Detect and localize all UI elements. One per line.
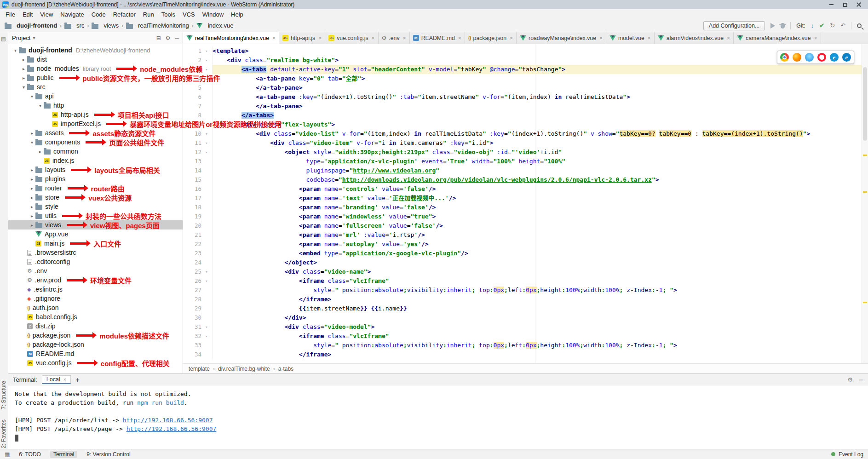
menu-item-run[interactable]: Run [139,10,158,19]
fold-icon[interactable]: ▾ [201,322,212,332]
close-icon[interactable]: × [510,35,513,41]
close-icon[interactable]: × [318,35,322,41]
line-number[interactable]: 17 [183,194,201,203]
tree-item-router[interactable]: ▸routerrouter路由 [8,184,183,193]
fold-icon[interactable]: ▾ [201,46,212,56]
close-button[interactable] [852,0,866,9]
line-number[interactable]: 5 [183,83,201,92]
tree-item-vue-config-js[interactable]: JSvue.config.jsconfig配置、代理相关 [8,358,183,367]
tree-item-dist-zip[interactable]: Zdist.zip [8,321,183,331]
line-number[interactable]: 12 [183,148,201,157]
close-icon[interactable]: × [814,35,817,41]
line-number[interactable]: 6 [183,92,201,102]
editor-tab-realtimemonitoring-index-vue[interactable]: realTimeMonitoring\index.vue× [183,32,279,44]
breadcrumb-item-duoji-frontend[interactable]: duoji-frontend [5,22,57,29]
terminal-output[interactable]: Note that the development build is not o… [8,385,868,449]
line-number[interactable]: 19 [183,212,201,221]
minimize-button[interactable] [824,0,838,9]
chevron-right-icon[interactable]: ▸ [20,66,27,71]
breadcrumb-item-src[interactable]: src [64,22,84,29]
tree-item-eslintrc-js[interactable]: ◆.eslintrc.js [8,285,183,294]
git-update-icon[interactable]: ↓ [811,23,814,29]
edge-icon[interactable]: e [842,53,851,62]
chevron-right-icon[interactable]: ▸ [29,204,35,209]
editor-breadcrumb-item-template[interactable]: template [189,366,210,372]
tree-item-views[interactable]: ▸viewsview视图、pages页面 [8,220,183,230]
line-number[interactable]: 21 [183,230,201,240]
toolwindow-button-favorites[interactable]: 2: Favorites [0,419,7,448]
git-commit-icon[interactable]: ✔ [819,23,824,29]
debug-icon[interactable] [781,23,785,29]
close-icon[interactable]: × [403,35,406,41]
close-icon[interactable]: × [458,35,461,41]
close-icon[interactable]: × [727,35,730,41]
search-everywhere-icon[interactable] [857,23,862,28]
run-icon[interactable] [770,23,775,29]
tree-item-auth-json[interactable]: {}auth.json [8,303,183,312]
line-number[interactable]: 33 [183,341,201,350]
menu-item-file[interactable]: File [2,10,19,19]
chevron-right-icon[interactable]: ▸ [29,195,35,200]
status-terminal[interactable]: Terminal [50,451,77,458]
tree-item-assets[interactable]: ▸assetsassets静态资源文件 [8,128,183,138]
tree-item-src[interactable]: ▾src [8,82,183,92]
tree-item-main-js[interactable]: JSmain.js入口文件 [8,239,183,248]
tree-item-env-prod[interactable]: ⚙.env.prod环境变量文件 [8,275,183,285]
tree-item-editorconfig[interactable]: .editorconfig [8,257,183,266]
tree-item-importexcel-js[interactable]: JSimportExcel.js暴露环境变量地址给图片or视频资源路径拼接使用 [8,119,183,128]
gear-icon[interactable]: ⚙ [166,35,171,41]
line-number[interactable]: 13 [183,157,201,166]
tree-item-store[interactable]: ▸storevuex公共资源 [8,193,183,202]
menu-item-code[interactable]: Code [88,10,109,19]
tree-item-utils[interactable]: ▸utils封装的一些公共函数方法 [8,211,183,220]
chevron-right-icon[interactable]: ▸ [29,131,35,136]
line-number[interactable]: 29 [183,304,201,313]
collapse-all-icon[interactable]: ⊟ [156,35,161,41]
editor-tab-cameramanage-index-vue[interactable]: cameraManage\index.vue× [734,32,821,44]
chevron-down-icon[interactable]: ▾ [29,140,35,145]
toolwindow-button-structure[interactable]: 7: Structure [0,381,7,409]
line-number[interactable]: 22 [183,240,201,249]
tree-item-gitignore[interactable]: ◆.gitignore [8,294,183,303]
hide-panel-icon[interactable]: ─ [175,35,179,41]
line-number[interactable]: 34 [183,350,201,359]
menu-item-window[interactable]: Window [199,10,227,19]
editor-tab-http-api-js[interactable]: JShttp-api.js× [279,32,325,44]
line-number[interactable]: 30 [183,313,201,322]
close-icon[interactable]: × [599,35,603,41]
menu-item-navigate[interactable]: Navigate [57,10,87,19]
chevron-down-icon[interactable]: ▾ [37,103,44,108]
toolwindow-switcher-icon[interactable]: ▦ [5,451,10,458]
editor-tab-roadwaymanage-index-vue[interactable]: roadwayManage\index.vue× [517,32,606,44]
terminal-settings-icon[interactable]: ⚙ [847,376,853,383]
line-number[interactable]: 10 [183,129,201,138]
chevron-down-icon[interactable]: ▾ [29,94,35,99]
line-number[interactable]: 28 [183,295,201,304]
firefox-icon[interactable] [793,53,801,62]
line-number[interactable]: 23 [183,249,201,258]
line-number[interactable]: 32 [183,332,201,341]
chevron-right-icon[interactable]: ▸ [20,57,27,62]
editor-tab-vue-config-js[interactable]: JSvue.config.js× [325,32,378,44]
tree-item-node-modules[interactable]: ▸node_moduleslibrary rootnode_modules依赖 [8,64,183,73]
chevron-right-icon[interactable]: ▸ [29,177,35,182]
terminal-tab-local[interactable]: Local × [42,375,71,384]
add-configuration-button[interactable]: Add Configuration... [703,21,765,30]
status-version-control[interactable]: 9: Version Control [86,451,130,458]
menu-item-view[interactable]: View [36,10,57,19]
menu-item-help[interactable]: Help [227,10,247,19]
tree-item-browserslistrc[interactable]: .browserslistrc [8,248,183,257]
line-number[interactable]: 14 [183,166,201,175]
git-history-icon[interactable]: ↻ [830,23,835,29]
line-number[interactable]: 27 [183,286,201,295]
tree-item-components[interactable]: ▾components页面公共组件文件 [8,138,183,147]
tree-item-http[interactable]: ▾http [8,101,183,110]
tree-item-babel-config-js[interactable]: JSbabel.config.js [8,312,183,321]
line-number[interactable]: 7 [183,102,201,111]
line-number[interactable]: 24 [183,258,201,267]
fold-icon[interactable]: ▾ [201,129,212,138]
fold-icon[interactable]: ▾ [201,56,212,65]
line-number[interactable]: 26 [183,276,201,286]
project-toolwindow-icon[interactable]: ▤ [1,36,6,42]
terminal-link[interactable]: http://192.168.66.56:9007 [126,425,217,432]
